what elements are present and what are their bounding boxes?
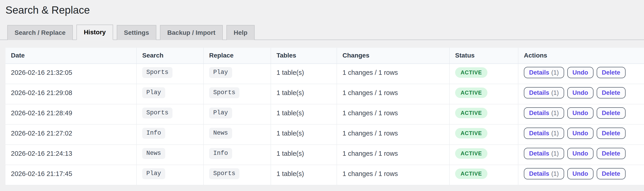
page-title: Search & Replace	[6, 4, 644, 17]
search-cell: Sports	[136, 104, 204, 124]
delete-button[interactable]: Delete	[597, 67, 626, 78]
column-header-status: Status	[450, 48, 518, 64]
changes-cell: 1 changes / 1 rows	[337, 64, 450, 84]
status-badge: ACTIVE	[455, 88, 488, 98]
date-cell: 2026-02-16 21:27:02	[6, 124, 136, 145]
undo-button[interactable]: Undo	[567, 128, 594, 139]
actions-group: Details (1) Undo Delete	[524, 107, 642, 119]
changes-cell: 1 changes / 1 rows	[337, 145, 450, 165]
search-cell: Sports	[136, 64, 204, 84]
actions-group: Details (1) Undo Delete	[524, 67, 642, 78]
status-cell: ACTIVE	[450, 64, 518, 84]
table-row: 2026-02-16 21:17:45 Play Sports 1 table(…	[6, 165, 644, 185]
undo-button[interactable]: Undo	[567, 107, 594, 119]
undo-button[interactable]: Undo	[567, 148, 594, 159]
status-badge: ACTIVE	[455, 169, 488, 179]
delete-button[interactable]: Delete	[597, 87, 626, 98]
replace-cell: Play	[204, 64, 271, 84]
date-cell: 2026-02-16 21:29:08	[6, 84, 136, 104]
status-cell: ACTIVE	[450, 124, 518, 145]
table-row: 2026-02-16 21:27:02 Info News 1 table(s)…	[6, 124, 644, 145]
date-cell: 2026-02-16 21:17:45	[6, 165, 136, 185]
history-table-card: Date Search Replace Tables Changes Statu…	[6, 48, 644, 185]
replace-cell: Play	[204, 104, 271, 124]
actions-group: Details (1) Undo Delete	[524, 148, 642, 159]
table-row: 2026-02-16 21:28:49 Sports Play 1 table(…	[6, 104, 644, 124]
date-cell: 2026-02-16 21:32:05	[6, 64, 136, 84]
details-button-label: Details	[529, 69, 549, 76]
status-badge: ACTIVE	[455, 128, 488, 138]
changes-cell: 1 changes / 1 rows	[337, 84, 450, 104]
status-badge: ACTIVE	[455, 148, 488, 159]
search-term-chip: Sports	[142, 108, 172, 118]
replace-term-chip: Play	[209, 108, 232, 118]
details-button[interactable]: Details (1)	[524, 87, 564, 98]
search-term-chip: Info	[142, 128, 165, 139]
delete-button[interactable]: Delete	[597, 128, 626, 139]
tab-backup-import[interactable]: Backup / Import	[160, 25, 223, 40]
undo-button[interactable]: Undo	[567, 67, 594, 78]
details-button[interactable]: Details (1)	[524, 128, 564, 139]
search-term-chip: Play	[142, 168, 165, 179]
actions-cell: Details (1) Undo Delete	[518, 145, 644, 165]
changes-cell: 1 changes / 1 rows	[337, 124, 450, 145]
actions-group: Details (1) Undo Delete	[524, 168, 642, 180]
undo-button[interactable]: Undo	[567, 168, 594, 180]
search-term-chip: Sports	[142, 67, 172, 78]
table-row: 2026-02-16 21:32:05 Sports Play 1 table(…	[6, 64, 644, 84]
tables-cell: 1 table(s)	[271, 165, 337, 185]
tables-cell: 1 table(s)	[271, 145, 337, 165]
delete-button[interactable]: Delete	[597, 168, 626, 180]
actions-group: Details (1) Undo Delete	[524, 87, 642, 98]
details-count: (1)	[552, 170, 559, 177]
changes-cell: 1 changes / 1 rows	[337, 165, 450, 185]
changes-cell: 1 changes / 1 rows	[337, 104, 450, 124]
tab-search-replace[interactable]: Search / Replace	[7, 25, 73, 40]
tab-history[interactable]: History	[76, 24, 113, 40]
table-row: 2026-02-16 21:24:13 News Info 1 table(s)…	[6, 145, 644, 165]
replace-term-chip: News	[209, 128, 232, 139]
details-button[interactable]: Details (1)	[524, 67, 564, 78]
tab-help[interactable]: Help	[226, 25, 255, 40]
search-cell: Info	[136, 124, 204, 145]
details-count: (1)	[552, 130, 559, 137]
delete-button[interactable]: Delete	[597, 107, 626, 119]
details-button-label: Details	[529, 89, 549, 96]
actions-group: Details (1) Undo Delete	[524, 128, 642, 139]
search-cell: News	[136, 145, 204, 165]
details-count: (1)	[552, 150, 559, 157]
undo-button[interactable]: Undo	[567, 87, 594, 98]
date-cell: 2026-02-16 21:28:49	[6, 104, 136, 124]
actions-cell: Details (1) Undo Delete	[518, 165, 644, 185]
replace-term-chip: Sports	[209, 168, 240, 179]
details-button[interactable]: Details (1)	[524, 148, 564, 159]
details-button[interactable]: Details (1)	[524, 107, 564, 119]
delete-button[interactable]: Delete	[597, 148, 626, 159]
column-header-search: Search	[136, 48, 204, 64]
actions-cell: Details (1) Undo Delete	[518, 104, 644, 124]
table-row: 2026-02-16 21:29:08 Play Sports 1 table(…	[6, 84, 644, 104]
replace-cell: News	[204, 124, 271, 145]
replace-cell: Sports	[204, 84, 271, 104]
column-header-replace: Replace	[204, 48, 271, 64]
status-cell: ACTIVE	[450, 165, 518, 185]
history-table: Date Search Replace Tables Changes Statu…	[6, 48, 644, 185]
status-cell: ACTIVE	[450, 84, 518, 104]
details-count: (1)	[552, 110, 559, 117]
status-cell: ACTIVE	[450, 145, 518, 165]
column-header-tables: Tables	[271, 48, 337, 64]
actions-cell: Details (1) Undo Delete	[518, 84, 644, 104]
tables-cell: 1 table(s)	[271, 84, 337, 104]
details-count: (1)	[552, 69, 559, 76]
replace-term-chip: Info	[209, 148, 232, 159]
table-header-row: Date Search Replace Tables Changes Statu…	[6, 48, 644, 64]
search-cell: Play	[136, 165, 204, 185]
tab-settings[interactable]: Settings	[117, 25, 156, 40]
details-button-label: Details	[529, 170, 549, 177]
details-count: (1)	[552, 89, 559, 96]
column-header-actions: Actions	[518, 48, 644, 64]
tables-cell: 1 table(s)	[271, 124, 337, 145]
replace-cell: Sports	[204, 165, 271, 185]
details-button[interactable]: Details (1)	[524, 168, 564, 180]
tables-cell: 1 table(s)	[271, 104, 337, 124]
